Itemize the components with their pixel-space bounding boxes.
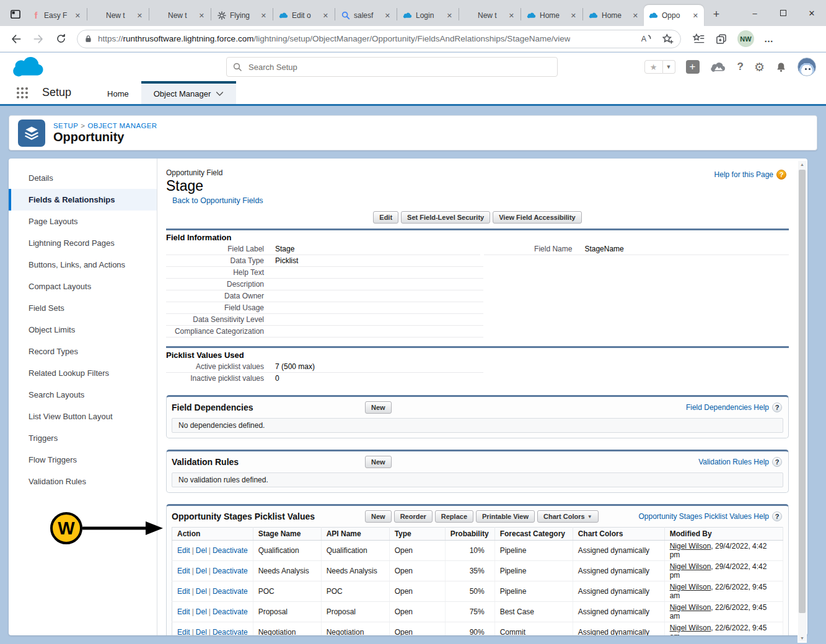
browser-tab-new-t-1[interactable]: New t✕ [88,5,148,26]
tab-object-manager[interactable]: Object Manager [141,81,237,104]
browser-tab-login-6[interactable]: Login✕ [398,5,458,26]
window-minimize-button[interactable]: – [740,0,769,26]
help-question-icon[interactable]: ? [772,402,782,412]
del-link[interactable]: Del [196,587,207,596]
user-avatar[interactable] [797,58,816,76]
tab-close-icon[interactable]: ✕ [73,11,82,20]
refresh-button[interactable] [51,29,71,49]
opportunity-stages-help-link[interactable]: Opportunity Stages Picklist Values Help … [638,511,783,521]
sidebar-item-object-limits[interactable]: Object Limits [9,319,157,341]
setup-search-box[interactable] [226,57,558,77]
modified-by-link[interactable]: Nigel Wilson [670,542,711,550]
set-field-level-security-button[interactable]: Set Field-Level Security [401,211,490,224]
tab-close-icon[interactable]: ✕ [507,11,516,20]
tab-close-icon[interactable]: ✕ [197,11,206,20]
favorite-star-icon[interactable]: ★ [644,60,663,74]
back-to-fields-link[interactable]: Back to Opportunity Fields [172,196,263,205]
add-favorite-icon[interactable] [662,33,674,45]
sidebar-item-record-types[interactable]: Record Types [9,341,157,362]
setup-search-input[interactable] [247,62,551,72]
browser-tab-flying-3[interactable]: Flying✕ [212,5,272,26]
browser-tab-easy-f-0[interactable]: fEasy F✕ [26,5,86,26]
browser-tab-new-t-7[interactable]: New t✕ [460,5,520,26]
validation-rules-help-link[interactable]: Validation Rules Help ? [698,457,783,467]
global-create-button[interactable]: + [686,60,700,74]
vertical-scrollbar[interactable]: ▲ ▼ [797,160,807,643]
new-button[interactable]: New [365,510,392,523]
url-text[interactable]: https://runthrusoftware.lightning.force.… [98,34,570,43]
chart-colors-button[interactable]: Chart Colors▼ [537,510,599,523]
window-maximize-button[interactable] [769,0,797,26]
field-dependencies-new-button[interactable]: New [365,401,392,414]
sidebar-item-fields-relationships[interactable]: Fields & Relationships [9,189,157,211]
view-field-accessibility-button[interactable]: View Field Accessibility [493,211,582,224]
scrollbar-track[interactable]: ▲ ▼ [798,161,806,642]
address-bar[interactable]: https://runthrusoftware.lightning.force.… [77,30,681,48]
help-question-icon[interactable]: ? [772,457,782,467]
breadcrumb-object-manager-link[interactable]: OBJECT MANAGER [87,122,157,129]
help-for-this-page-link[interactable]: Help for this Page ? [714,170,786,180]
sidebar-item-related-lookup-filters[interactable]: Related Lookup Filters [9,362,157,384]
reorder-button[interactable]: Reorder [394,510,433,523]
validation-rules-new-button[interactable]: New [365,456,392,468]
help-question-icon[interactable]: ? [772,511,782,521]
tab-close-icon[interactable]: ✕ [259,11,268,20]
collections-icon[interactable] [715,33,727,45]
favorites-dropdown-icon[interactable]: ▼ [663,60,675,74]
modified-by-link[interactable]: Nigel Wilson [670,603,711,612]
sidebar-item-validation-rules[interactable]: Validation Rules [9,471,157,492]
tab-close-icon[interactable]: ✕ [445,11,454,20]
browser-tab-home-9[interactable]: Home✕ [584,5,644,26]
del-link[interactable]: Del [196,628,207,635]
back-button[interactable] [6,29,26,49]
modified-by-link[interactable]: Nigel Wilson [670,562,711,571]
app-launcher-icon[interactable] [15,85,30,100]
tab-close-icon[interactable]: ✕ [321,11,330,20]
del-link[interactable]: Del [196,567,207,575]
scroll-down-arrow[interactable]: ▼ [798,636,806,640]
browser-menu-icon[interactable]: … [764,33,774,44]
deactivate-link[interactable]: Deactivate [213,546,248,555]
setup-gear-icon[interactable]: ⚙ [754,61,765,73]
del-link[interactable]: Del [196,546,207,555]
window-close-button[interactable]: ✕ [797,0,826,26]
tab-close-icon[interactable]: ✕ [569,11,578,20]
sidebar-item-search-layouts[interactable]: Search Layouts [9,384,157,406]
del-link[interactable]: Del [196,607,207,616]
breadcrumb-setup-link[interactable]: SETUP [53,122,78,129]
browser-tab-edit-o-4[interactable]: Edit o✕ [274,5,334,26]
sidebar-item-triggers[interactable]: Triggers [9,427,157,449]
browser-tab-oppo-10[interactable]: Oppo✕ [644,5,704,26]
scroll-up-arrow[interactable]: ▲ [798,162,806,167]
sidebar-item-lightning-record-pages[interactable]: Lightning Record Pages [9,232,157,254]
browser-tab-salesf-5[interactable]: salesf✕ [336,5,396,26]
tab-close-icon[interactable]: ✕ [383,11,392,20]
global-help-icon[interactable]: ? [737,61,744,73]
edit-link[interactable]: Edit [177,607,190,616]
sidebar-item-field-sets[interactable]: Field Sets [9,297,157,319]
tab-actions-button[interactable] [5,4,26,25]
new-tab-button[interactable]: + [708,6,725,23]
tab-home[interactable]: Home [95,81,141,104]
sidebar-item-compact-layouts[interactable]: Compact Layouts [9,276,157,297]
deactivate-link[interactable]: Deactivate [213,607,248,616]
tab-close-icon[interactable]: ✕ [691,11,700,20]
trailhead-icon[interactable] [710,61,727,73]
browser-tab-home-8[interactable]: Home✕ [522,5,582,26]
scrollbar-thumb[interactable] [799,170,806,613]
forward-button[interactable] [29,29,48,49]
edit-button[interactable]: Edit [373,211,398,224]
tab-close-icon[interactable]: ✕ [135,11,144,20]
edit-link[interactable]: Edit [177,546,190,555]
browser-tab-new-t-2[interactable]: New t✕ [150,5,210,26]
favorites-control[interactable]: ★ ▼ [644,60,675,74]
sidebar-item-flow-triggers[interactable]: Flow Triggers [9,449,157,471]
edit-link[interactable]: Edit [177,567,190,575]
sidebar-item-buttons-links-and-actions[interactable]: Buttons, Links, and Actions [9,254,157,276]
help-question-icon[interactable]: ? [776,170,786,180]
notifications-bell-icon[interactable] [775,61,787,73]
field-dependencies-help-link[interactable]: Field Dependencies Help ? [686,402,783,412]
deactivate-link[interactable]: Deactivate [213,567,248,575]
sidebar-item-page-layouts[interactable]: Page Layouts [9,211,157,232]
modified-by-link[interactable]: Nigel Wilson [670,583,711,591]
